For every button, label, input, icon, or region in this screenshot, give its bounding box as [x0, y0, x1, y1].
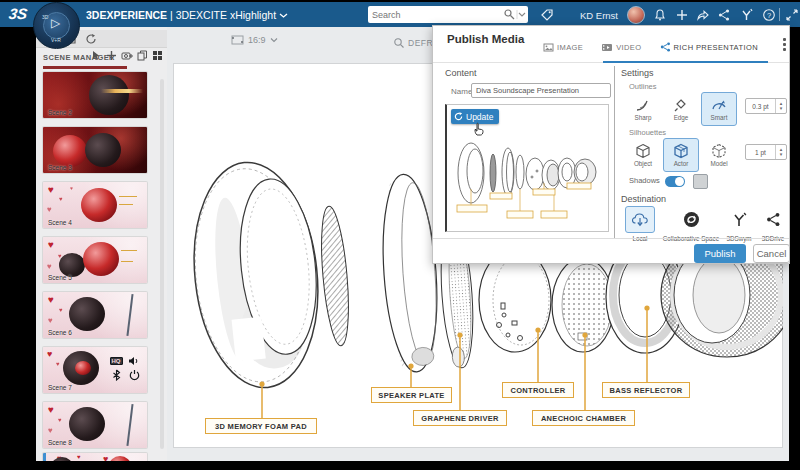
help-icon[interactable]: ?: [762, 8, 776, 22]
tab-rich-presentation[interactable]: RICH PRESENTATION: [660, 42, 758, 52]
grid-view-icon[interactable]: [152, 50, 163, 61]
name-field-label: Name: [451, 87, 472, 96]
bluetooth-icon: [112, 369, 121, 381]
select-pointer-icon[interactable]: [91, 50, 102, 61]
preview-drawing: [449, 127, 607, 227]
search-icon[interactable]: [503, 8, 516, 21]
outline-option-sharp[interactable]: Sharp: [625, 92, 661, 126]
outline-width-value: 0.3 pt: [746, 103, 775, 110]
scene-thumbnail[interactable]: ♥ ♥ ♥ Scene 5: [43, 237, 147, 283]
scene-thumbnail[interactable]: ♥ ♥ HQ Scene 7: [43, 347, 147, 393]
active-tab-underline: [603, 61, 768, 63]
headphone-cup: [69, 407, 105, 441]
dialog-title: Publish Media: [447, 33, 524, 45]
search-options-chevron-icon[interactable]: [516, 8, 528, 21]
sidebar-scrollbar[interactable]: [160, 79, 164, 449]
dialog-tabs: IMAGE VIDEO RICH PRESENTATION: [543, 42, 758, 52]
shadow-color-swatch[interactable]: [693, 174, 708, 189]
notifications-bell-icon[interactable]: [653, 8, 667, 22]
scene-thumbnail-selected[interactable]: ♥ ♥ ♥: [43, 453, 147, 461]
app-title[interactable]: 3DEXPERIENCE | 3DEXCITE xHighlight: [86, 9, 288, 21]
publish-button[interactable]: Publish: [694, 244, 746, 263]
speaker-icon: [128, 356, 140, 366]
headphone-cup: [89, 75, 129, 115]
scene-thumbnail[interactable]: ♥ ♥ ♥ ♥ Scene 4: [43, 182, 147, 228]
heart-glyph: ♥: [48, 427, 53, 435]
fullscreen-expand-icon[interactable]: [785, 8, 799, 22]
shadows-toggle[interactable]: [665, 176, 685, 187]
tab-video[interactable]: VIDEO: [601, 43, 641, 52]
stepper-arrows[interactable]: ▴▾: [775, 145, 786, 159]
tag-icon[interactable]: [540, 8, 554, 22]
video-icon: [601, 43, 613, 52]
silhouette-width-stepper[interactable]: 1 pt ▴▾: [745, 144, 787, 160]
scene-progress-bar: [43, 66, 127, 69]
selected-indicator: [43, 453, 46, 461]
gold-streak: [101, 89, 143, 93]
silhouette-option-object[interactable]: Object: [625, 138, 661, 172]
user-name[interactable]: KD Ernst: [580, 10, 618, 21]
heart-glyph: ♥: [48, 185, 54, 195]
hand-cursor-icon: [473, 122, 485, 136]
3dexperience-compass[interactable]: ▷ 3D V+R: [33, 2, 80, 49]
outlines-label: Outlines: [629, 82, 657, 91]
capture-scene-icon[interactable]: [121, 50, 133, 61]
svg-text:?: ?: [767, 11, 771, 20]
rich-presentation-icon: [660, 42, 671, 52]
outline-option-edge[interactable]: Edge: [663, 92, 699, 126]
image-icon: [543, 43, 554, 52]
part-label: ANECHOIC CHAMBER: [532, 410, 635, 426]
part-label: CONTROLLER: [502, 382, 574, 398]
part-label: 3D MEMORY FOAM PAD: [205, 418, 317, 434]
scene-thumbnail[interactable]: Scene 3: [43, 127, 147, 173]
headphone-cup: [85, 133, 121, 167]
headphone-cup: [109, 456, 131, 461]
part-label: BASS REFLECTOR: [602, 382, 690, 398]
smart-outline-icon: [711, 98, 727, 113]
callout-line: [119, 196, 137, 197]
outline-width-stepper[interactable]: 0.3 pt ▴▾: [745, 98, 787, 114]
edge-outline-icon: [673, 98, 689, 113]
3dswym-icon[interactable]: [740, 8, 754, 22]
dialog-scrollbar[interactable]: [782, 38, 787, 56]
scene-label: Scene 4: [48, 219, 72, 226]
scene-manager-panel: SCENE MANAGER Scene 2 Scene 3 ♥ ♥ ♥ ♥: [36, 27, 167, 461]
outline-option-smart[interactable]: Smart: [701, 92, 737, 126]
scene-thumbnail[interactable]: ♥ ♥ ♥ Scene 6: [43, 292, 147, 338]
scene-label: Scene 2: [48, 109, 72, 116]
silhouette-option-actor[interactable]: Actor: [663, 138, 699, 172]
heart-glyph: ♥: [47, 206, 52, 214]
app-name: | 3DEXCITE xHighlight: [170, 9, 276, 21]
heart-glyph: ♥: [47, 350, 52, 359]
refresh-icon[interactable]: [85, 33, 97, 45]
headphone-cup: [83, 242, 119, 276]
cancel-button[interactable]: Cancel: [753, 244, 790, 263]
dialog-column-divider: [614, 66, 615, 238]
heart-glyph: ♥: [58, 417, 62, 423]
add-scene-icon[interactable]: [106, 50, 117, 61]
headphone-driver-detail: [75, 361, 91, 375]
duplicate-scene-icon[interactable]: [137, 50, 148, 61]
destination-section-label: Destination: [621, 194, 666, 204]
app-window: 3S 3DEXPERIENCE | 3DEXCITE xHighlight KD…: [0, 0, 800, 470]
search-input[interactable]: [368, 10, 503, 20]
name-input[interactable]: [471, 83, 611, 98]
avatar[interactable]: [627, 6, 645, 24]
stepper-arrows[interactable]: ▴▾: [775, 99, 786, 113]
toolbar-separator: [779, 8, 780, 21]
tab-image[interactable]: IMAGE: [543, 43, 583, 52]
silhouettes-label: Silhouettes: [629, 128, 666, 137]
scene-thumbnail[interactable]: ♥ ♥ ♥ Scene 8: [43, 402, 147, 448]
3dswym-icon: [732, 212, 747, 228]
share-nodes-icon[interactable]: [717, 8, 731, 22]
scene-thumbnail[interactable]: Scene 2: [43, 72, 147, 118]
option-label: Smart: [711, 114, 728, 121]
silhouette-option-model[interactable]: Model: [701, 138, 737, 172]
share-arrow-icon[interactable]: [696, 8, 710, 22]
compass-quadrant-top: 3D: [42, 14, 48, 20]
add-content-plus-icon[interactable]: [675, 8, 689, 22]
headband-line: [126, 404, 133, 446]
heart-glyph: ♥: [59, 307, 63, 313]
3ddrive-icon: [766, 212, 781, 227]
scene-manager-header: SCENE MANAGER: [36, 49, 167, 65]
